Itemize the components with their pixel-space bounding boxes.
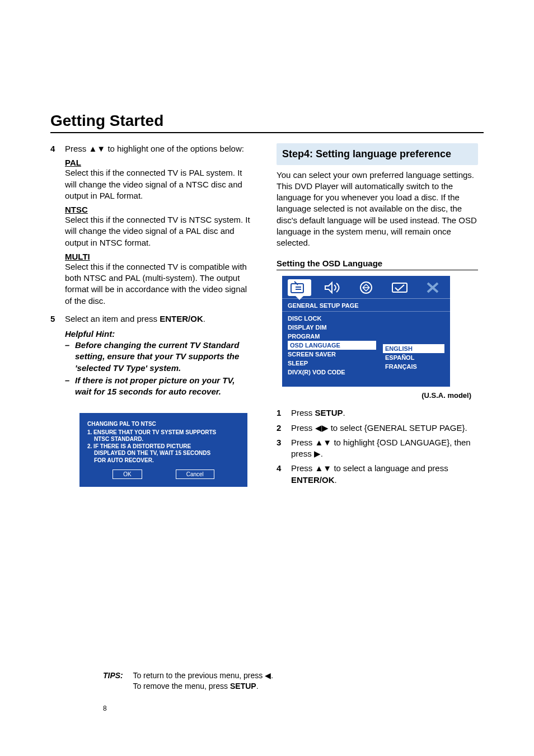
step-5: 5 Select an item and press ENTER/OK. <box>65 313 252 325</box>
t: ENTER/OK <box>291 475 335 485</box>
tips-label: TIPS: <box>103 671 123 680</box>
t: Press <box>291 408 315 417</box>
osd-page-title: GENERAL SETUP PAGE <box>282 298 450 311</box>
dialog-changing-pal-to-ntsc: CHANGING PAL TO NTSC 1. ENSURE THAT YOUR… <box>79 413 247 487</box>
t: . <box>321 449 323 458</box>
hint-item: Before changing the current TV Standard … <box>75 340 252 374</box>
right-icon: ▶ <box>314 449 321 458</box>
osd-tab-preference-icon[interactable] <box>388 279 411 296</box>
step5-b: ENTER/OK <box>160 314 203 323</box>
hint-item: If there is not proper picture on your T… <box>75 375 252 398</box>
t: Press <box>291 423 315 433</box>
step5-a: Select an item and press <box>65 314 160 323</box>
osd-item-selected[interactable]: OSD LANGUAGE <box>288 341 376 350</box>
left-icon: ◀ <box>265 671 271 680</box>
t: to select a language and press <box>331 463 448 473</box>
osd-item[interactable]: DISPLAY DIM <box>288 323 378 332</box>
osd-item[interactable]: SLEEP <box>288 359 378 368</box>
dialog-line: 1. ENSURE THAT YOUR TV SYSTEM SUPPORTS <box>87 429 240 436</box>
osd-tab-audio-icon[interactable] <box>321 279 345 296</box>
tips-line1a: To return to the previous menu, press <box>133 671 265 680</box>
page: Getting Started 4 Press ▲▼ to highlight … <box>0 0 534 756</box>
step-number: 1 <box>277 407 281 419</box>
hint-list: Before changing the current TV Standard … <box>65 340 252 397</box>
option-pal-body: Select this if the connected TV is PAL s… <box>65 167 252 201</box>
step-text-b: to highlight one of the options below: <box>105 144 244 153</box>
dialog-title: CHANGING PAL TO NTSC <box>87 421 240 428</box>
page-number: 8 <box>103 705 107 712</box>
page-title: Getting Started <box>50 112 484 133</box>
step-number: 4 <box>277 463 281 474</box>
up-down-icon: ▲▼ <box>89 144 106 153</box>
option-multi-body: Select this if the connected TV is compa… <box>65 261 252 307</box>
svg-rect-2 <box>392 283 407 292</box>
t: . <box>335 475 337 485</box>
step5-c: . <box>203 314 205 323</box>
t: to select {GENERAL SETUP PAGE}. <box>329 423 467 433</box>
osd-left-list: DISC LOCK DISPLAY DIM PROGRAM OSD LANGUA… <box>288 314 378 377</box>
dialog-line: FOR AUTO RECOVER. <box>87 457 240 464</box>
osd-right-list: ENGLISH ESPAÑOL FRANÇAIS <box>383 344 444 377</box>
dialog-buttons: OK Cancel <box>87 469 240 479</box>
tips-line2b: SETUP <box>230 682 256 691</box>
left-column: 4 Press ▲▼ to highlight one of the optio… <box>50 143 252 489</box>
model-note: (U.S.A. model) <box>277 391 471 400</box>
step-row: 2 Press ◀▶ to select {GENERAL SETUP PAGE… <box>291 422 478 434</box>
step-row: 1 Press SETUP. <box>291 407 478 419</box>
t: SETUP <box>315 408 343 417</box>
dialog-line: DISPLAYED ON THE TV, WAIT 15 SECONDS <box>87 450 240 457</box>
numbered-steps: 1 Press SETUP. 2 Press ◀▶ to select {GEN… <box>277 407 478 486</box>
option-ntsc-heading: NTSC <box>65 205 252 214</box>
up-down-icon: ▲▼ <box>315 438 332 447</box>
osd-tab-close-icon[interactable] <box>421 279 444 296</box>
option-multi-heading: MULTI <box>65 252 252 261</box>
ok-button[interactable]: OK <box>113 469 142 479</box>
osd-tab-general-icon[interactable] <box>288 279 311 296</box>
osd-item[interactable]: PROGRAM <box>288 332 378 341</box>
dialog-line: 2. IF THERE IS A DISTORTED PICTURE <box>87 443 240 450</box>
osd-item[interactable]: DIVX(R) VOD CODE <box>288 368 378 377</box>
helpful-hint-label: Helpful Hint: <box>65 329 252 339</box>
tips-footer: TIPS: To return to the previous menu, pr… <box>103 670 273 692</box>
t: . <box>343 408 345 417</box>
up-down-icon: ▲▼ <box>315 463 332 473</box>
osd-tabs <box>282 276 450 298</box>
step-text-a: Press <box>65 144 89 153</box>
two-column-layout: 4 Press ▲▼ to highlight one of the optio… <box>50 143 484 489</box>
option-ntsc-body: Select this if the connected TV is NTSC … <box>65 214 252 248</box>
step-number: 2 <box>277 422 281 434</box>
osd-body: DISC LOCK DISPLAY DIM PROGRAM OSD LANGUA… <box>282 311 450 387</box>
step-number: 3 <box>277 437 281 448</box>
left-right-icon: ◀▶ <box>315 423 329 433</box>
osd-screenshot: GENERAL SETUP PAGE DISC LOCK DISPLAY DIM… <box>282 276 450 387</box>
osd-lang[interactable]: ESPAÑOL <box>383 353 444 362</box>
cancel-button[interactable]: Cancel <box>176 469 214 479</box>
step-row: 3 Press ▲▼ to highlight {OSD LANGUAGE}, … <box>291 437 478 460</box>
option-pal-heading: PAL <box>65 158 252 167</box>
t: Press <box>291 438 315 447</box>
tips-line1b: . <box>271 671 273 680</box>
t: Press <box>291 463 315 473</box>
step-number: 4 <box>50 143 55 154</box>
step-4: 4 Press ▲▼ to highlight one of the optio… <box>65 143 252 154</box>
intro-paragraph: You can select your own preferred langua… <box>277 170 478 249</box>
osd-lang[interactable]: FRANÇAIS <box>383 362 444 371</box>
osd-item[interactable]: SCREEN SAVER <box>288 350 378 359</box>
step-row: 4 Press ▲▼ to select a language and pres… <box>291 463 478 486</box>
right-column: Step4: Setting language preference You c… <box>277 143 478 489</box>
step-number: 5 <box>50 313 55 325</box>
osd-lang-selected[interactable]: ENGLISH <box>383 344 444 353</box>
dialog-line: NTSC STANDARD. <box>87 436 240 443</box>
tips-line2c: . <box>256 682 259 691</box>
step4-header: Step4: Setting language preference <box>277 143 478 165</box>
osd-tab-video-icon[interactable] <box>354 279 378 296</box>
tips-line2a: To remove the menu, press <box>133 682 230 691</box>
osd-item[interactable]: DISC LOCK <box>288 314 378 323</box>
subheading-osd-language: Setting the OSD Language <box>277 259 478 270</box>
